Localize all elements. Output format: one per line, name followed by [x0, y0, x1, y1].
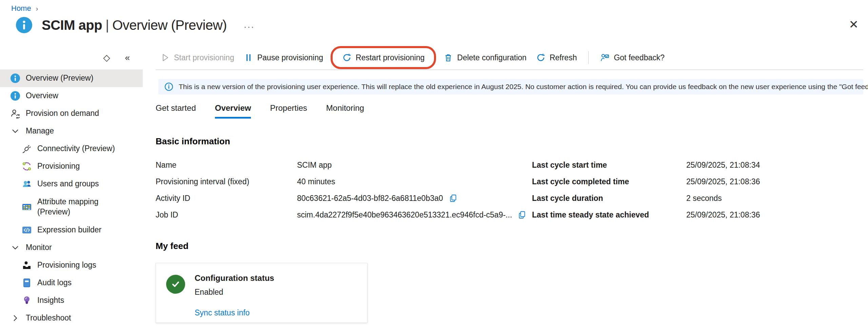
- sidebar-item-overview[interactable]: Overview: [0, 87, 143, 105]
- field-value: 40 minutes: [297, 177, 335, 186]
- sidebar-item-connectivity-preview[interactable]: Connectivity (Preview): [0, 140, 143, 158]
- field-label: Provisioning interval (fixed): [156, 177, 297, 186]
- page-title: SCIM app|Overview (Preview): [42, 18, 227, 33]
- sidebar-item-insights[interactable]: Insights: [0, 292, 143, 309]
- refresh-button[interactable]: Refresh: [531, 51, 582, 64]
- tab-overview[interactable]: Overview: [215, 103, 251, 119]
- sidebar-item-label: Audit logs: [37, 278, 72, 288]
- pause-icon: [244, 53, 253, 62]
- sidebar-item-provision-on-demand[interactable]: Provision on demand: [0, 105, 143, 122]
- resize-icon[interactable]: ◇: [103, 53, 110, 62]
- chevron-down-icon: [9, 125, 21, 137]
- sidebar-controls: ◇ «: [0, 46, 143, 69]
- sidebar-item-label: Attribute mapping (Preview): [37, 197, 132, 217]
- command-bar-divider: [156, 69, 863, 70]
- table-mapping-icon: [21, 201, 33, 213]
- collapse-menu-icon[interactable]: «: [125, 53, 130, 62]
- book-icon: [21, 277, 33, 289]
- person-log-icon: [21, 260, 33, 271]
- sidebar-item-audit-logs[interactable]: Audit logs: [0, 274, 143, 292]
- card-body: Configuration status Enabled Sync status…: [195, 272, 274, 317]
- sidebar-item-users-and-groups[interactable]: Users and groups: [0, 175, 143, 193]
- delete-configuration-button[interactable]: Delete configuration: [439, 51, 531, 64]
- app-name: SCIM app: [42, 18, 102, 33]
- sidebar-group-label: Monitor: [26, 243, 52, 253]
- restart-provisioning-button[interactable]: Restart provisioning: [337, 51, 429, 64]
- sidebar-nav: Overview (Preview) Overview Provision on…: [0, 69, 143, 327]
- field-value: 25/09/2025, 21:08:36: [686, 210, 760, 220]
- sidebar-item-attribute-mapping-preview[interactable]: Attribute mapping (Preview): [0, 193, 143, 221]
- sidebar-item-provisioning-logs[interactable]: Provisioning logs: [0, 256, 143, 274]
- field-label: Last cycle start time: [532, 161, 686, 170]
- field-value: scim.4da2272f9f5e40be963463620e513321.ec…: [297, 210, 512, 220]
- sync-status-info-link[interactable]: Sync status info: [195, 308, 250, 317]
- field-value: 25/09/2025, 21:08:34: [686, 161, 760, 170]
- sidebar-group-monitor[interactable]: Monitor: [0, 239, 143, 256]
- field-value: 80c63621-62a5-4d03-bf82-6a6811e0b3a0: [297, 194, 443, 203]
- page-header: SCIM app|Overview (Preview) ···: [16, 17, 255, 33]
- sidebar: ◇ « Overview (Preview) Overview Pro: [0, 46, 143, 332]
- my-feed-heading: My feed: [156, 241, 868, 251]
- more-options-icon[interactable]: ···: [244, 19, 255, 31]
- success-check-icon: [166, 275, 185, 294]
- field-label: Last time steady state achieved: [532, 210, 686, 220]
- sidebar-group-manage[interactable]: Manage: [0, 122, 143, 140]
- button-label: Refresh: [550, 53, 577, 62]
- card-title: Configuration status: [195, 273, 274, 283]
- info-row-activity-id: Activity ID 80c63621-62a5-4d03-bf82-6a68…: [156, 190, 532, 207]
- sidebar-group-troubleshoot[interactable]: Troubleshoot: [0, 309, 143, 327]
- info-row-job-id: Job ID scim.4da2272f9f5e40be963463620e51…: [156, 207, 532, 223]
- users-groups-icon: [21, 178, 33, 190]
- basic-information-right-column: Last cycle start time 25/09/2025, 21:08:…: [532, 157, 868, 223]
- status-value: Enabled: [195, 288, 274, 297]
- main-content: Start provisioning Pause provisioning Re…: [143, 46, 868, 332]
- basic-information-left-column: Name SCIM app Provisioning interval (fix…: [156, 157, 532, 223]
- configuration-status-card: Configuration status Enabled Sync status…: [156, 263, 368, 323]
- sidebar-item-overview-preview[interactable]: Overview (Preview): [0, 69, 143, 87]
- field-label: Last cycle duration: [532, 194, 686, 203]
- info-row-last-cycle-duration: Last cycle duration 2 seconds: [532, 190, 868, 207]
- copy-icon[interactable]: [449, 194, 458, 203]
- info-row-name: Name SCIM app: [156, 157, 532, 173]
- breadcrumb-chevron-icon: ›: [36, 5, 38, 13]
- sidebar-item-label: Overview: [26, 91, 58, 101]
- info-icon: [9, 90, 21, 102]
- annotation-highlight: Restart provisioning: [331, 46, 436, 69]
- lightbulb-icon: [21, 295, 33, 306]
- restart-icon: [342, 53, 352, 62]
- button-label: Got feedback?: [614, 53, 665, 62]
- button-label: Delete configuration: [457, 53, 527, 62]
- info-row-last-cycle-start: Last cycle start time 25/09/2025, 21:08:…: [532, 157, 868, 173]
- tab-monitoring[interactable]: Monitoring: [326, 103, 364, 119]
- sidebar-item-label: Connectivity (Preview): [37, 144, 115, 154]
- pause-provisioning-button[interactable]: Pause provisioning: [239, 51, 328, 64]
- breadcrumb: Home ›: [11, 4, 38, 13]
- basic-information-grid: Name SCIM app Provisioning interval (fix…: [156, 157, 868, 223]
- sidebar-item-label: Overview (Preview): [26, 73, 93, 83]
- field-label: Job ID: [156, 210, 297, 220]
- sidebar-item-expression-builder[interactable]: Expression builder: [0, 221, 143, 239]
- tab-get-started[interactable]: Get started: [156, 103, 196, 119]
- toolbar-divider: [588, 51, 589, 64]
- info-row-steady-state: Last time steady state achieved 25/09/20…: [532, 207, 868, 223]
- breadcrumb-home-link[interactable]: Home: [11, 4, 31, 13]
- field-label: Name: [156, 161, 297, 170]
- close-icon[interactable]: ✕: [849, 19, 859, 30]
- copy-icon[interactable]: [517, 210, 527, 220]
- trash-icon: [443, 53, 453, 62]
- info-outline-icon: [164, 82, 173, 91]
- tab-bar: Get started Overview Properties Monitori…: [156, 103, 868, 119]
- plug-icon: [21, 143, 33, 154]
- sidebar-item-provisioning[interactable]: Provisioning: [0, 158, 143, 175]
- info-icon: [9, 72, 21, 84]
- command-bar: Start provisioning Pause provisioning Re…: [143, 46, 868, 69]
- sidebar-item-label: Users and groups: [37, 179, 99, 189]
- info-icon: [16, 17, 32, 33]
- tab-properties[interactable]: Properties: [270, 103, 307, 119]
- button-label: Restart provisioning: [356, 53, 425, 62]
- refresh-icon: [536, 53, 546, 62]
- got-feedback-button[interactable]: Got feedback?: [595, 51, 669, 64]
- start-provisioning-button[interactable]: Start provisioning: [156, 51, 239, 64]
- banner-text: This is a new version of the provisionin…: [179, 83, 868, 91]
- field-label: Last cycle completed time: [532, 177, 686, 186]
